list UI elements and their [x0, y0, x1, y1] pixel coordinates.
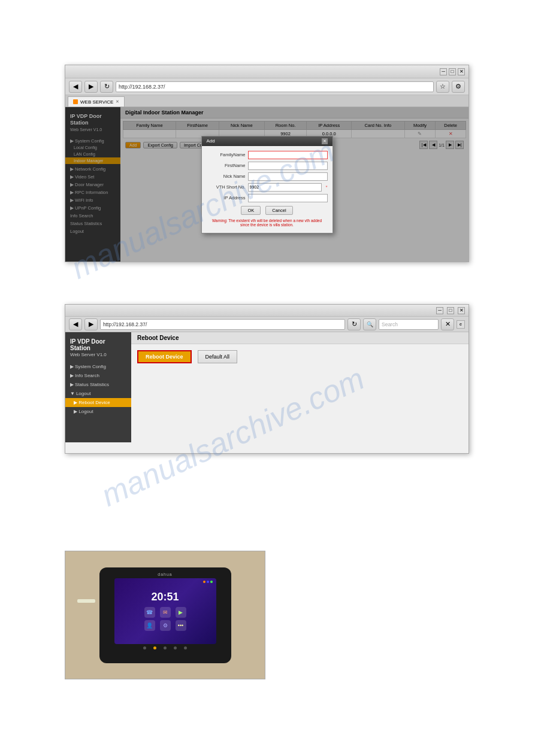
status-dot-orange: [203, 581, 205, 583]
screen-icon-settings[interactable]: ⚙: [160, 620, 171, 631]
content-header-2: Reboot Device: [131, 332, 468, 344]
app-title-2: IP VDP Door Station: [65, 336, 131, 352]
browser-window-2: ─ □ ✕ ◀ ▶ http://192.168.2.37/ ↻ 🔍 Searc…: [65, 304, 469, 454]
browser-toolbar-2: ◀ ▶ http://192.168.2.37/ ↻ 🔍 Search ✕ e: [65, 317, 468, 332]
bottom-dot-4: [174, 646, 177, 649]
label-family-name: FamilyName: [207, 152, 246, 157]
warning-text: Warning: The existent vth will be delete…: [207, 217, 328, 228]
reboot-button-area: Reboot Device Default All: [131, 344, 468, 369]
sidebar-item-status-stats-2[interactable]: ▶ Status Statistics: [65, 380, 131, 389]
bottom-dot-2: [153, 646, 156, 649]
ok-button[interactable]: OK: [241, 206, 261, 215]
sidebar-item-system-config-2[interactable]: ▶ System Config: [65, 362, 131, 371]
device-brand: dahua: [158, 572, 172, 576]
back-button-2[interactable]: ◀: [69, 318, 82, 330]
form-row-vth: VTH Short No. *: [207, 183, 328, 192]
screen-time: 20:51: [151, 591, 179, 603]
browser-window-1: ─ □ ✕ ◀ ▶ ↻ http://192.168.2.37/ ☆ ⚙ WEB…: [65, 65, 469, 262]
reboot-device-button[interactable]: Reboot Device: [137, 350, 192, 363]
screen-icon-person[interactable]: 👤: [144, 620, 155, 631]
search-bar-2[interactable]: Search: [379, 319, 439, 330]
address-bar-1[interactable]: http://192.168.2.37/: [116, 81, 434, 92]
required-mark: *: [325, 184, 327, 190]
address-bar-2[interactable]: http://192.168.2.37/: [100, 319, 345, 330]
app-content-1: IP VDP Door Station Web Server V1.0 ▶ Sy…: [65, 107, 468, 262]
modal-overlay: Add ✕ FamilyName FirstName Ni: [120, 107, 468, 262]
form-row-first: FirstName: [207, 162, 328, 170]
browser-toolbar-1: ◀ ▶ ↻ http://192.168.2.37/ ☆ ⚙: [65, 78, 468, 95]
form-row-family: FamilyName: [207, 151, 328, 159]
input-nick-name[interactable]: [248, 172, 328, 181]
device-screen: 20:51 ☎ ✉ ▶ 👤 ⚙ •••: [114, 578, 216, 644]
label-ip-address: IP Address: [207, 195, 246, 201]
refresh-button-2[interactable]: ↻: [347, 318, 361, 330]
sidebar-item-info-search-2[interactable]: ▶ Info Search: [65, 371, 131, 380]
ie-icon[interactable]: e: [457, 320, 465, 329]
screen-icons-row-1: ☎ ✉ ▶: [144, 607, 186, 618]
main-content-1: Digital Indoor Station Manager Family Na…: [120, 107, 468, 262]
sidebar-2: IP VDP Door Station Web Server V1.0 ▶ Sy…: [65, 332, 131, 442]
browser-titlebar-2: ─ □ ✕: [65, 305, 468, 317]
add-modal: Add ✕ FamilyName FirstName Ni: [201, 136, 333, 233]
minimize-button-2[interactable]: ─: [436, 307, 443, 314]
status-dot-blue: [207, 581, 209, 583]
sidebar-item-reboot-device[interactable]: ▶ Reboot Device: [65, 398, 131, 407]
default-all-button[interactable]: Default All: [198, 350, 238, 363]
back-button-1[interactable]: ◀: [69, 81, 82, 93]
active-tab-1[interactable]: WEB SERVICE ✕: [68, 96, 125, 107]
sidebar-item-logout-2[interactable]: ▼ Logout: [65, 389, 131, 398]
bottom-dot-1: [143, 646, 146, 649]
search-icon: 🔍: [367, 321, 373, 327]
screen-status-dots: [203, 581, 213, 583]
device-unit: dahua 20:51 ☎ ✉ ▶ 👤 ⚙ •••: [99, 567, 231, 663]
settings-button-1[interactable]: ⚙: [452, 81, 465, 93]
device-bottom-bar: [143, 646, 187, 649]
bottom-dot-5: [184, 646, 187, 649]
screen-icon-message[interactable]: ✉: [160, 607, 171, 618]
form-row-nick: Nick Name: [207, 172, 328, 181]
input-first-name[interactable]: [248, 162, 328, 170]
modal-close-button[interactable]: ✕: [322, 138, 328, 144]
toolbar-icons-2: e: [457, 320, 465, 329]
forward-button-2[interactable]: ▶: [84, 318, 98, 330]
close-button-2[interactable]: ✕: [458, 307, 465, 314]
screen-icon-phone[interactable]: ☎: [144, 607, 155, 618]
refresh-button-1[interactable]: ↻: [100, 81, 113, 93]
screen-icon-camera[interactable]: ▶: [176, 607, 186, 618]
label-nick-name: Nick Name: [207, 174, 246, 179]
maximize-button-1[interactable]: □: [449, 68, 456, 75]
star-button-1[interactable]: ☆: [436, 81, 449, 93]
input-ip-address[interactable]: [248, 194, 328, 202]
tab-close-icon-1[interactable]: ✕: [116, 99, 119, 104]
browser-titlebar-1: ─ □ ✕: [65, 65, 468, 78]
app-subtitle-2: Web Server V1.0: [65, 352, 131, 362]
maximize-button-2[interactable]: □: [447, 307, 454, 314]
device-photo: dahua 20:51 ☎ ✉ ▶ 👤 ⚙ •••: [65, 551, 265, 679]
app-content-2: IP VDP Door Station Web Server V1.0 ▶ Sy…: [65, 332, 468, 442]
search-button-2[interactable]: 🔍: [363, 318, 376, 330]
minimize-button-1[interactable]: ─: [440, 68, 447, 75]
input-family-name[interactable]: [248, 151, 328, 159]
screen-icons-row-2: 👤 ⚙ •••: [144, 620, 186, 631]
modal-buttons: OK Cancel: [207, 206, 328, 215]
screen-icon-more[interactable]: •••: [176, 620, 186, 631]
status-dot-green: [210, 581, 213, 583]
forward-button-1[interactable]: ▶: [84, 81, 98, 93]
close-tab-button-2[interactable]: ✕: [441, 318, 454, 330]
device-cable: [77, 599, 95, 603]
input-vth-short[interactable]: [248, 183, 322, 192]
label-vth-short: VTH Short No.: [207, 184, 246, 190]
tab-strip-1: WEB SERVICE ✕: [65, 95, 468, 107]
close-button-1[interactable]: ✕: [458, 68, 465, 75]
modal-titlebar: Add ✕: [202, 136, 333, 146]
bottom-dot-3: [164, 646, 167, 649]
form-row-ip: IP Address: [207, 194, 328, 202]
main-content-2: Reboot Device Reboot Device Default All: [131, 332, 468, 442]
sidebar-item-logout-sub[interactable]: ▶ Logout: [65, 407, 131, 416]
cancel-button[interactable]: Cancel: [265, 206, 292, 215]
label-first-name: FirstName: [207, 163, 246, 168]
modal-body: FamilyName FirstName Nick Name VTH: [202, 146, 333, 233]
tab-favicon-1: [73, 99, 78, 104]
